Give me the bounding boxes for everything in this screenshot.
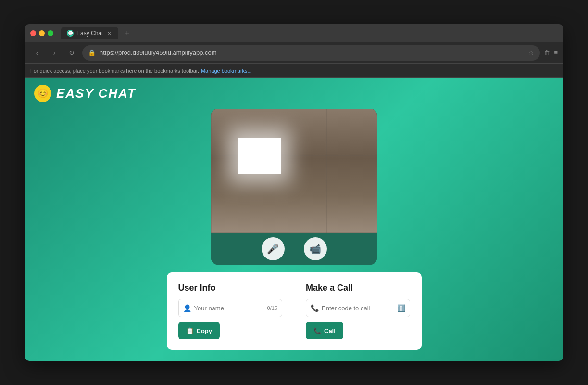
active-tab[interactable]: 💬 Easy Chat ✕: [61, 27, 118, 39]
camera-icon: 📹: [309, 243, 321, 255]
forward-button[interactable]: ›: [48, 46, 61, 60]
title-bar: 💬 Easy Chat ✕ +: [25, 24, 563, 42]
user-info-section: User Info 👤 0/15 📋 Copy: [178, 283, 283, 339]
tab-close-button[interactable]: ✕: [106, 30, 113, 37]
refresh-button[interactable]: ↻: [65, 46, 78, 60]
maximize-button[interactable]: [48, 30, 53, 36]
tab-title: Easy Chat: [76, 30, 103, 37]
browser-window: 💬 Easy Chat ✕ + ‹ › ↻ 🔒 https://prod.d39…: [25, 24, 563, 361]
phone-small-icon: 📞: [311, 304, 319, 312]
video-area: [211, 109, 377, 233]
url-actions: ☆: [528, 49, 534, 56]
url-text: https://prod.d39luuly459lu.amplifyapp.co…: [100, 49, 525, 56]
copy-button-label: Copy: [197, 327, 213, 334]
address-bar: ‹ › ↻ 🔒 https://prod.d39luuly459lu.ampli…: [25, 42, 563, 64]
tab-bar: 💬 Easy Chat ✕ +: [61, 26, 558, 40]
bookmark-text: For quick access, place your bookmarks h…: [30, 68, 199, 74]
url-bar[interactable]: 🔒 https://prod.d39luuly459lu.amplifyapp.…: [82, 45, 540, 61]
video-controls: 🎤 📹: [211, 233, 377, 265]
user-info-title: User Info: [178, 283, 283, 293]
name-input[interactable]: [178, 299, 283, 317]
code-input-group: 📞 ℹ️: [306, 299, 410, 317]
copy-icon: 📋: [186, 327, 194, 334]
section-divider: [294, 283, 294, 339]
video-light: [238, 138, 281, 174]
copy-button[interactable]: 📋 Copy: [178, 322, 220, 339]
app-title: EASY CHAT: [56, 86, 136, 101]
manage-bookmarks-link[interactable]: Manage bookmarks...: [201, 68, 252, 74]
app-header: 😊 EASY CHAT: [25, 78, 563, 109]
page-content: 😊 EASY CHAT 🎤 📹 User Info: [25, 78, 563, 361]
back-button[interactable]: ‹: [30, 46, 44, 60]
minimize-button[interactable]: [39, 30, 45, 36]
app-logo: 😊: [34, 85, 51, 102]
star-icon[interactable]: ☆: [528, 49, 534, 56]
call-button[interactable]: 📞 Call: [306, 322, 343, 339]
security-icon: 🔒: [88, 49, 96, 56]
user-icon: 👤: [183, 304, 191, 312]
tab-favicon: 💬: [67, 30, 74, 37]
traffic-lights: [30, 30, 53, 36]
pocket-icon[interactable]: 🗑: [544, 49, 550, 56]
make-call-title: Make a Call: [306, 283, 410, 293]
call-icon: 📞: [313, 327, 321, 334]
menu-icon[interactable]: ≡: [554, 49, 558, 56]
camera-button[interactable]: 📹: [304, 237, 327, 260]
bookmark-bar: For quick access, place your bookmarks h…: [25, 64, 563, 78]
video-container: 🎤 📹: [211, 109, 377, 265]
close-button[interactable]: [30, 30, 36, 36]
microphone-icon: 🎤: [267, 243, 279, 255]
info-icon[interactable]: ℹ️: [397, 304, 405, 312]
info-panel: User Info 👤 0/15 📋 Copy Make a Call 📞: [167, 272, 422, 350]
name-input-group: 👤 0/15: [178, 299, 283, 317]
new-tab-button[interactable]: +: [120, 26, 134, 40]
microphone-button[interactable]: 🎤: [262, 237, 285, 260]
make-call-section: Make a Call 📞 ℹ️ 📞 Call: [306, 283, 410, 339]
char-count: 0/15: [267, 305, 277, 311]
call-button-label: Call: [324, 327, 336, 334]
call-code-input[interactable]: [306, 299, 410, 317]
